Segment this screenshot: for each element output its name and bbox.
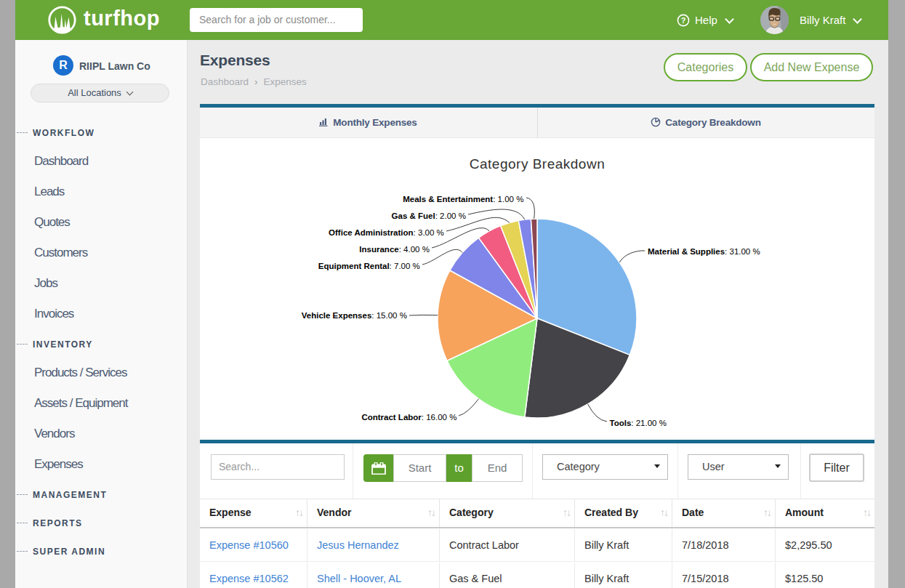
svg-text:?: ? — [681, 16, 686, 25]
svg-text:Vehicle Expenses: 15.00 %: Vehicle Expenses: 15.00 % — [302, 311, 407, 320]
svg-text:Material & Supplies: 31.00 %: Material & Supplies: 31.00 % — [648, 247, 760, 256]
svg-text:Meals & Entertainment: 1.00 %: Meals & Entertainment: 1.00 % — [403, 195, 523, 204]
svg-text:Contract Labor: 16.00 %: Contract Labor: 16.00 % — [361, 413, 456, 422]
svg-text:Tools: 21.00 %: Tools: 21.00 % — [610, 419, 667, 427]
svg-text:Insurance: 4.00 %: Insurance: 4.00 % — [359, 245, 430, 254]
svg-text:Office Administration: 3.00 %: Office Administration: 3.00 % — [329, 228, 444, 237]
svg-text:Gas & Fuel: 2.00 %: Gas & Fuel: 2.00 % — [392, 212, 466, 220]
svg-text:Equipment Rental: 7.00 %: Equipment Rental: 7.00 % — [318, 262, 420, 270]
